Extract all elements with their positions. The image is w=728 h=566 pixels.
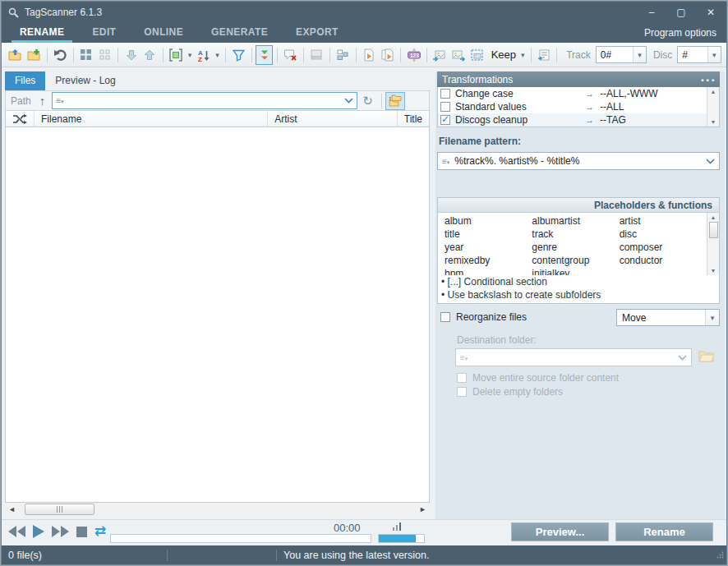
rewind-button[interactable]: [8, 526, 25, 537]
placeholder-item[interactable]: year: [445, 242, 532, 255]
open-folder-button[interactable]: [7, 45, 24, 65]
reorganize-mode-select[interactable]: Move ▾: [616, 309, 720, 326]
placeholder-item[interactable]: remixedby: [445, 255, 532, 268]
tab-preview-log[interactable]: Preview - Log: [45, 71, 125, 90]
play-button[interactable]: [33, 525, 44, 538]
transformation-row[interactable]: Change case → --ALL,-WWW: [438, 87, 719, 100]
resize-grip[interactable]: [716, 551, 724, 559]
renumber-button[interactable]: 123: [405, 45, 422, 65]
run-file-button[interactable]: [360, 45, 377, 65]
scrollbar-thumb[interactable]: [25, 504, 94, 515]
placeholder-item[interactable]: [620, 268, 707, 275]
program-options-link[interactable]: Program options: [644, 23, 716, 43]
tab-online[interactable]: ONLINE: [136, 23, 191, 43]
transformation-row[interactable]: Standard values → --ALL: [438, 100, 719, 113]
scroll-left-icon[interactable]: ◄: [5, 505, 19, 513]
run-files-button[interactable]: [379, 45, 396, 65]
change-case-checkbox[interactable]: [440, 89, 450, 99]
column-filename[interactable]: Filename: [35, 111, 268, 127]
folder-tree-toggle[interactable]: [385, 92, 405, 110]
add-folder-button[interactable]: [25, 45, 43, 65]
tab-files[interactable]: Files: [5, 71, 45, 90]
tab-generate[interactable]: GENERATE: [203, 23, 276, 43]
transformation-row[interactable]: Discogs cleanup → --TAG: [438, 113, 719, 127]
filename-pattern-combo[interactable]: ≡▾ %track%. %artist% - %title%: [437, 152, 720, 170]
tab-edit[interactable]: EDIT: [84, 23, 124, 43]
sort-button[interactable]: AZ: [195, 45, 212, 65]
column-title[interactable]: Title: [398, 111, 429, 127]
preview-button[interactable]: Preview...: [511, 522, 609, 541]
volume-slider[interactable]: [378, 534, 425, 543]
placeholder-item[interactable]: title: [445, 228, 532, 242]
artwork-frame-button[interactable]: [469, 45, 486, 65]
track-caret-icon[interactable]: ▾: [633, 47, 646, 62]
scroll-up-icon[interactable]: ▲: [711, 89, 716, 94]
repeat-button[interactable]: ⇄: [94, 526, 106, 537]
sort-dropdown-caret[interactable]: ▾: [214, 51, 221, 59]
close-button[interactable]: ✕: [702, 7, 720, 18]
reorganize-checkbox[interactable]: [440, 312, 450, 322]
forward-button[interactable]: [52, 526, 69, 537]
standard-values-checkbox[interactable]: [440, 102, 450, 112]
keep-artwork-label[interactable]: Keep: [491, 48, 516, 61]
folder-up-icon[interactable]: ↑: [39, 94, 46, 108]
refresh-icon[interactable]: ↻: [362, 94, 373, 108]
column-artist[interactable]: Artist: [268, 111, 398, 127]
placeholder-item[interactable]: composer: [620, 242, 707, 255]
path-menu-icon[interactable]: ≡▾: [56, 96, 63, 105]
grid-small-button[interactable]: [96, 45, 113, 65]
grid-large-button[interactable]: [77, 45, 94, 65]
keep-dropdown-caret[interactable]: ▾: [519, 51, 527, 59]
rename-button[interactable]: Rename: [615, 522, 713, 541]
layout-columns-button[interactable]: [334, 45, 352, 65]
placeholder-item[interactable]: bpm: [445, 268, 532, 275]
path-input[interactable]: ≡▾: [52, 92, 357, 109]
discogs-cleanup-checkbox[interactable]: [440, 115, 450, 125]
remove-tags-button[interactable]: [282, 45, 299, 65]
pattern-menu-icon[interactable]: ≡▾: [442, 157, 449, 166]
stop-button[interactable]: [76, 527, 87, 537]
minimize-button[interactable]: –: [643, 7, 661, 18]
path-dropdown-icon[interactable]: [344, 98, 353, 104]
placeholder-item[interactable]: disc: [620, 228, 707, 242]
swap-panels-button[interactable]: [256, 45, 273, 65]
track-combo[interactable]: 0#▾: [596, 46, 647, 63]
transformations-menu-icon[interactable]: ■ ■ ■: [701, 77, 715, 82]
maximize-button[interactable]: ▢: [672, 7, 690, 18]
placeholders-scrollbar[interactable]: ▲ ▼: [707, 213, 719, 275]
placeholder-item[interactable]: artist: [620, 215, 707, 228]
selection-dropdown-caret[interactable]: ▾: [187, 51, 194, 59]
move-up-button[interactable]: [141, 45, 159, 65]
placeholder-item[interactable]: initialkey: [532, 268, 619, 275]
filter-button[interactable]: [230, 45, 247, 65]
disc-combo[interactable]: #▾: [677, 46, 721, 63]
placeholder-item[interactable]: albumartist: [532, 215, 619, 228]
scroll-up-icon[interactable]: ▲: [711, 214, 716, 220]
tab-export[interactable]: EXPORT: [288, 23, 347, 43]
import-artwork-button[interactable]: [431, 45, 449, 65]
playback-progress-bar[interactable]: [110, 534, 371, 543]
placeholder-item[interactable]: contentgroup: [532, 255, 619, 268]
scroll-down-icon[interactable]: ▼: [711, 268, 716, 274]
selection-button[interactable]: [168, 45, 185, 65]
mode-caret-icon[interactable]: ▾: [705, 310, 719, 325]
disc-caret-icon[interactable]: ▾: [707, 47, 721, 62]
export-artwork-button[interactable]: [450, 45, 468, 65]
scrollbar-thumb[interactable]: [709, 222, 718, 238]
scroll-right-icon[interactable]: ►: [416, 505, 430, 513]
undo-button[interactable]: [52, 45, 69, 65]
export-playlist-button[interactable]: [535, 45, 552, 65]
reorganize-label[interactable]: Reorganize files: [456, 311, 527, 323]
tab-rename[interactable]: RENAME: [12, 23, 72, 43]
transformations-scrollbar[interactable]: ▲ ▼: [707, 87, 719, 127]
placeholder-item[interactable]: track: [532, 228, 619, 242]
placeholder-item[interactable]: conductor: [620, 255, 707, 268]
placeholder-item[interactable]: genre: [532, 242, 619, 255]
scroll-down-icon[interactable]: ▼: [711, 119, 716, 125]
shuffle-column-header[interactable]: [6, 111, 35, 127]
file-list[interactable]: [5, 127, 430, 503]
placeholder-item[interactable]: album: [445, 215, 532, 228]
horizontal-scrollbar[interactable]: ◄ ►: [5, 503, 430, 516]
pattern-dropdown-icon[interactable]: [706, 159, 715, 164]
move-down-button[interactable]: [122, 45, 140, 65]
